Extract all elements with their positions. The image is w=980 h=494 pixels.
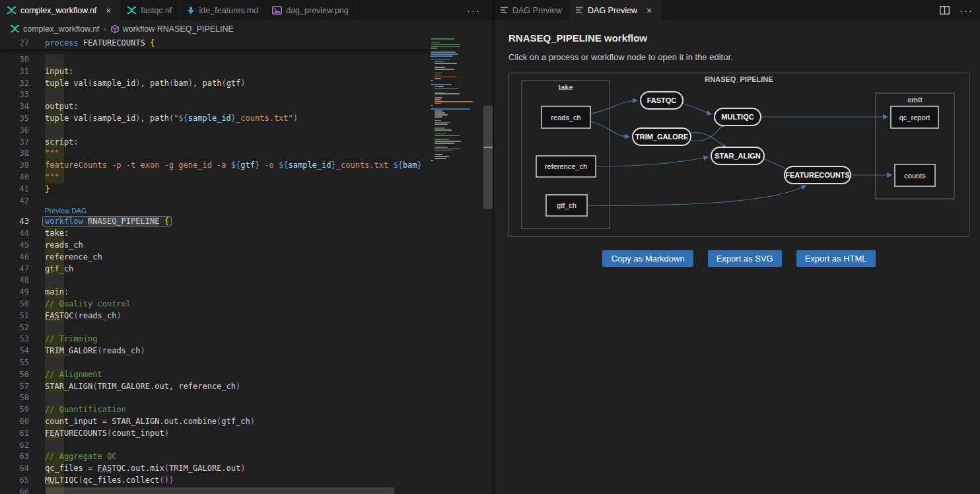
breadcrumb-file[interactable]: complex_workflow.nf [10, 24, 99, 34]
code-line-45[interactable]: 45reads_ch [0, 240, 429, 252]
tab-overflow-icon[interactable]: ··· [455, 5, 493, 16]
minimap-line [429, 71, 485, 72]
minimap-line [431, 55, 453, 57]
code-line-48[interactable]: 48 [0, 275, 429, 287]
preview-tab-dag-preview[interactable]: DAG Preview× [569, 0, 661, 20]
code-line-56[interactable]: 56// Alignment [0, 369, 429, 381]
minimap-line [429, 90, 485, 91]
close-tab-icon[interactable]: × [104, 6, 113, 15]
dag-node-gtf_ch[interactable]: gtf_ch [546, 195, 587, 216]
tab-complex-workflow-nf[interactable]: complex_workflow.nf× [0, 0, 120, 20]
dag-export-buttons: Copy as Markdown Export as SVG Export as… [508, 250, 969, 267]
code-line-55[interactable]: 55 [0, 357, 429, 369]
minimap-line [435, 147, 448, 148]
code-line-65[interactable]: 65MULTIQC(qc_files.collect()) [0, 475, 429, 487]
dag-node-reference_ch[interactable]: reference_ch [536, 156, 596, 177]
code-line-63[interactable]: 63// Aggregate QC [0, 451, 429, 463]
minimap-line [429, 131, 485, 133]
code-token [159, 217, 164, 226]
code-token: gtf_ch [221, 417, 250, 426]
code-line-44[interactable]: 44take: [0, 228, 429, 240]
code-line-64[interactable]: 64qc_files = FASTQC.out.mix(TRIM_GALORE.… [0, 463, 429, 475]
code-line-35[interactable]: 35tuple val(sample_id), path("${sample_i… [0, 113, 429, 125]
code-token: TIQC [59, 476, 79, 485]
dag-node-MULTIQC[interactable]: MULTIQC [715, 108, 761, 125]
tab-fastqc-nf[interactable]: fastqc.nf [120, 0, 179, 20]
indent-guide-band [45, 89, 64, 101]
code-line-50[interactable]: 50// Quality control [0, 299, 429, 310]
horizontal-scrollbar-thumb[interactable] [46, 487, 394, 494]
vertical-scrollbar[interactable] [483, 37, 493, 494]
code-token: // Alignment [45, 370, 102, 379]
svg-text:qc_report: qc_report [899, 114, 930, 122]
code-area[interactable]: 3031input:32tuple val(sample_id), path(b… [0, 37, 429, 494]
code-line-41[interactable]: 41} [0, 184, 429, 195]
code-token: qc_files.collect [83, 476, 160, 485]
code-editor[interactable]: 27process FEATURECOUNTS { 3031input:32tu… [0, 37, 493, 494]
code-line-39[interactable]: 39featureCounts -p -t exon -g gene_id -a… [0, 160, 429, 172]
dag-node-qc_report[interactable]: qc_report [891, 106, 938, 128]
code-line-59[interactable]: 59// Quantification [0, 404, 429, 416]
minimap-line [435, 139, 449, 140]
minimap[interactable] [429, 38, 485, 494]
preview-tab-dag-preview[interactable]: DAG Preview [494, 0, 569, 20]
dag-node-FEATURECOUNTS[interactable]: FEATURECOUNTS [785, 166, 851, 184]
breadcrumb-symbol[interactable]: workflow RNASEQ_PIPELINE [110, 24, 234, 34]
sticky-scroll-line[interactable]: 27process FEATURECOUNTS { [0, 37, 429, 49]
code-token: ${ [178, 114, 188, 123]
minimap-line [435, 61, 444, 63]
code-line-61[interactable]: 61FEATURECOUNTS(count_input) [0, 428, 429, 440]
minimap-line [435, 77, 457, 78]
dag-node-TRIM_GALORE[interactable]: TRIM_GALORE [633, 128, 691, 145]
export-as-svg-button[interactable]: Export as SVG [708, 250, 782, 267]
minimap-line [435, 158, 446, 159]
export-as-html-button[interactable]: Export as HTML [796, 250, 876, 267]
dag-node-FASTQC[interactable]: FASTQC [641, 92, 683, 109]
dag-node-STAR_ALIGN[interactable]: STAR_ALIGN [711, 147, 764, 164]
dag-node-reads_ch[interactable]: reads_ch [542, 106, 590, 128]
code-line-40[interactable]: 40""" [0, 172, 429, 184]
code-line-58[interactable]: 58 [0, 392, 429, 404]
code-line-43[interactable]: 43workflow RNASEQ_PIPELINE { [0, 216, 429, 228]
code-line-32[interactable]: 32tuple val(sample_id), path(bam), path(… [0, 78, 429, 90]
code-line-53[interactable]: 53// Trimming [0, 334, 429, 345]
editor-group-left: complex_workflow.nf×fastqc.nfide_feature… [0, 0, 493, 494]
code-line-52[interactable]: 52 [0, 322, 429, 334]
code-line-62[interactable]: 62 [0, 440, 429, 452]
vertical-scrollbar-thumb[interactable] [483, 106, 493, 209]
minimap-line [429, 57, 485, 59]
code-line-51[interactable]: 51FASTQC(reads_ch) [0, 310, 429, 322]
code-token: ( [79, 476, 83, 485]
code-line-31[interactable]: 31input: [0, 66, 429, 78]
code-line-49[interactable]: 49main: [0, 287, 429, 299]
code-line-57[interactable]: 57STAR_ALIGN(TRIM_GALORE.out, reference_… [0, 381, 429, 393]
code-line-42[interactable]: 42 [0, 195, 429, 207]
code-token: } [332, 160, 336, 170]
tab-ide-features-md[interactable]: ide_features.md [180, 0, 266, 20]
code-line-37[interactable]: 37script: [0, 137, 429, 149]
code-line-47[interactable]: 47gtf_ch [0, 264, 429, 275]
minimap-line [435, 154, 442, 155]
minimap-line [431, 48, 437, 49]
code-line-33[interactable]: 33 [0, 89, 429, 101]
code-line-38[interactable]: 38""" [0, 148, 429, 160]
code-line-46[interactable]: 46reference_ch [0, 252, 429, 264]
code-line-54[interactable]: 54TRIM_GALORE(reads_ch) [0, 345, 429, 357]
tab-dag-preview-png[interactable]: dag_preview.png [265, 0, 356, 20]
code-token: MUL [45, 476, 59, 485]
workflow-symbol-icon [110, 24, 120, 34]
code-token: TRIM_GALORE.out, reference_ch [97, 382, 236, 391]
more-actions-icon[interactable]: ··· [960, 5, 973, 16]
codelens-preview-dag[interactable]: Preview DAG [45, 207, 87, 216]
breadcrumb-separator-icon: › [103, 24, 106, 34]
close-tab-icon[interactable]: × [645, 6, 654, 15]
code-line-30[interactable]: 30 [0, 54, 429, 66]
code-token: ( [73, 311, 78, 320]
split-editor-icon[interactable] [940, 6, 950, 15]
dag-node-counts[interactable]: counts [895, 164, 935, 186]
svg-text:emit: emit [907, 96, 923, 104]
code-line-34[interactable]: 34output: [0, 101, 429, 113]
code-line-36[interactable]: 36 [0, 125, 429, 137]
code-line-60[interactable]: 60count_input = STAR_ALIGN.out.combine(g… [0, 416, 429, 428]
copy-as-markdown-button[interactable]: Copy as Markdown [602, 250, 693, 267]
